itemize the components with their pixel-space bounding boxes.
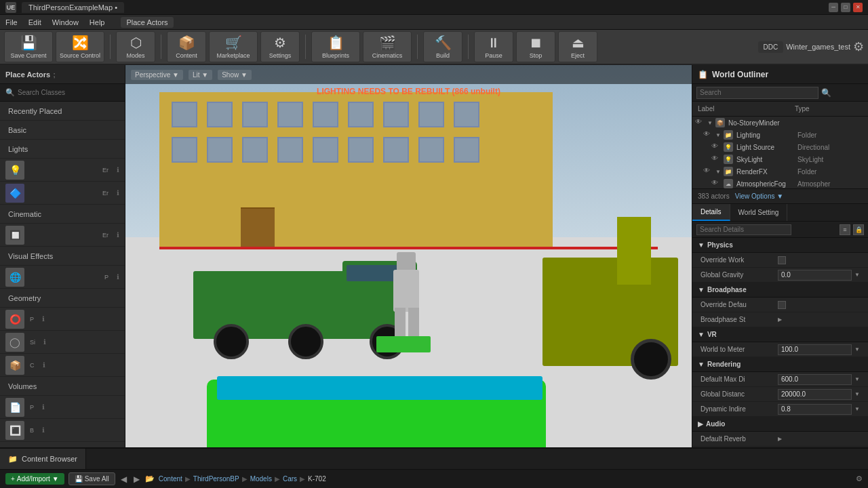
tree-item-lighting[interactable]: 👁 ▼ 📁 Lighting Folder	[701, 129, 868, 141]
eye-icon[interactable]: 👁	[711, 179, 721, 188]
actor-item[interactable]: 📄 P ℹ	[0, 396, 125, 419]
tree-item-lightsource[interactable]: 👁 💡 Light Source Directional	[709, 141, 868, 153]
menu-file[interactable]: File	[5, 18, 18, 26]
section-broadphase[interactable]: ▼ Broadphase	[692, 283, 868, 298]
outliner-search-input[interactable]	[696, 87, 818, 99]
info-icon[interactable]: ℹ	[42, 315, 45, 323]
section-vr[interactable]: ▼ VR	[692, 327, 868, 342]
perspective-btn[interactable]: Perspective ▼	[131, 70, 183, 80]
eye-icon[interactable]: 👁	[711, 155, 721, 164]
category-recently-placed[interactable]: Recently Placed	[0, 102, 125, 121]
prop-value[interactable]: 0.0	[778, 270, 852, 281]
nav-forward-button[interactable]: ▶	[132, 474, 141, 484]
category-basic[interactable]: Basic	[0, 121, 125, 140]
prop-arrow[interactable]: ▼	[854, 406, 860, 412]
show-btn[interactable]: Show ▼	[218, 70, 252, 80]
tree-item-storey[interactable]: 👁 ▼ 📦 No-StoreyMinder	[692, 117, 868, 129]
expand-arrow[interactable]: ▶	[778, 436, 782, 442]
eye-icon[interactable]: 👁	[703, 130, 713, 140]
section-physics[interactable]: ▼ Physics	[692, 238, 868, 253]
project-tab[interactable]: ThirdPersonExampleMap •	[22, 2, 124, 13]
eject-button[interactable]: ⏏ Eject	[558, 31, 597, 62]
add-import-button[interactable]: + Add/Import ▼	[5, 473, 64, 485]
info-icon[interactable]: ℹ	[117, 189, 119, 197]
search-go-icon[interactable]: 🔍	[821, 88, 831, 98]
prop-checkbox[interactable]	[778, 301, 786, 309]
eye-icon[interactable]: 👁	[695, 118, 705, 127]
info-icon[interactable]: ℹ	[117, 231, 119, 239]
breadcrumb-content[interactable]: Content	[159, 475, 182, 483]
section-rendering[interactable]: ▼ Rendering	[692, 357, 868, 372]
info-icon[interactable]: ℹ	[117, 273, 119, 281]
expand-arrow[interactable]: ▼	[707, 120, 714, 126]
actor-item[interactable]: ⭕ P ℹ	[0, 308, 125, 331]
prop-arrow[interactable]: ▼	[854, 376, 860, 382]
prop-checkbox[interactable]	[778, 256, 786, 264]
expand-arrow[interactable]: ▼	[715, 132, 722, 138]
viewport[interactable]: Perspective ▼ Lit ▼ Show ▼ LIGHTING NEED…	[125, 65, 692, 447]
category-geometry[interactable]: Geometry	[0, 289, 125, 308]
modes-button[interactable]: ⬡ Modes	[116, 31, 155, 62]
search-classes-input[interactable]	[18, 89, 119, 96]
breadcrumb-thirdpersonbp[interactable]: ThirdPersonBP	[193, 475, 239, 483]
dropdown-arrow-icon[interactable]: ▼	[52, 475, 59, 483]
expand-arrow[interactable]: ▶	[778, 317, 782, 323]
menu-help[interactable]: Help	[90, 18, 105, 26]
content-button[interactable]: 📦 Content	[167, 31, 206, 62]
prop-value[interactable]: 0.8	[778, 404, 852, 415]
tab-world-setting[interactable]: World Setting	[730, 204, 788, 221]
category-cinematic[interactable]: Cinematic	[0, 205, 125, 224]
tab-details[interactable]: Details	[692, 204, 730, 221]
tree-item-skylight[interactable]: 👁 💡 SkyLight SkyLight	[709, 153, 868, 165]
actor-item[interactable]: 📦 C ℹ	[0, 354, 125, 377]
place-actors-label[interactable]: Place Actors	[121, 17, 173, 28]
actor-item[interactable]: 🔲 Er ℹ	[0, 224, 125, 247]
eye-icon[interactable]: 👁	[703, 167, 713, 176]
filter-icon[interactable]: ≡	[840, 224, 850, 235]
info-icon[interactable]: ℹ	[42, 426, 45, 434]
pause-button[interactable]: ⏸ Pause	[474, 31, 513, 62]
actor-item[interactable]: 🔳 B ℹ	[0, 419, 125, 442]
actor-item[interactable]: 🔷 Er ℹ	[0, 182, 125, 205]
settings-icon[interactable]: ⚙	[853, 39, 864, 54]
prop-value[interactable]: 100.0	[778, 344, 852, 355]
actor-item[interactable]: ◯ Si ℹ	[0, 331, 125, 354]
info-icon[interactable]: ℹ	[42, 403, 45, 411]
category-lights[interactable]: Lights	[0, 140, 125, 159]
close-button[interactable]: ✕	[853, 3, 863, 12]
section-audio[interactable]: ▶ Audio	[692, 417, 868, 432]
lit-btn[interactable]: Lit ▼	[189, 70, 212, 80]
expand-arrow[interactable]: ▼	[715, 169, 722, 175]
prop-value[interactable]: 20000.0	[778, 389, 852, 400]
build-button[interactable]: 🔨 Build	[423, 31, 462, 62]
tree-item-atmosphere[interactable]: 👁 ☁ AtmosphericFog Atmospher	[709, 178, 868, 188]
prop-arrow[interactable]: ▼	[854, 346, 860, 352]
source-control-button[interactable]: 🔀 Source Control	[56, 31, 104, 62]
info-icon[interactable]: ℹ	[43, 338, 46, 346]
blueprints-button[interactable]: 📋 Blueprints	[311, 31, 360, 62]
breadcrumb-models[interactable]: Models	[250, 475, 272, 483]
tree-item-renderfx[interactable]: 👁 ▼ 📁 RenderFX Folder	[701, 165, 868, 178]
info-icon[interactable]: ℹ	[117, 166, 119, 174]
details-search-input[interactable]	[696, 224, 791, 235]
eye-icon[interactable]: 👁	[711, 142, 721, 152]
breadcrumb-cars[interactable]: Cars	[283, 475, 297, 483]
menu-edit[interactable]: Edit	[28, 18, 41, 26]
category-volumes[interactable]: Volumes	[0, 377, 125, 396]
actor-item[interactable]: 🌐 P ℹ	[0, 266, 125, 289]
save-current-button[interactable]: 💾 Save Current	[4, 31, 53, 62]
info-icon[interactable]: ℹ	[43, 361, 45, 369]
prop-value[interactable]: 600.0	[778, 374, 852, 385]
stop-button[interactable]: ⏹ Stop	[516, 31, 555, 62]
view-options-button[interactable]: View Options ▼	[735, 192, 783, 200]
prop-arrow[interactable]: ▼	[854, 272, 860, 278]
category-visual-effects[interactable]: Visual Effects	[0, 247, 125, 266]
nav-back-button[interactable]: ◀	[119, 474, 128, 484]
settings-button[interactable]: ⚙ Settings	[260, 31, 300, 62]
marketplace-button[interactable]: 🛒 Marketplace	[209, 31, 258, 62]
actor-item[interactable]: 💡 Er ℹ	[0, 159, 125, 182]
cinematics-button[interactable]: 🎬 Cinematics	[363, 31, 412, 62]
prop-arrow[interactable]: ▼	[854, 391, 860, 397]
category-all-classes[interactable]: All Classes	[0, 442, 125, 447]
menu-window[interactable]: Window	[52, 18, 79, 26]
